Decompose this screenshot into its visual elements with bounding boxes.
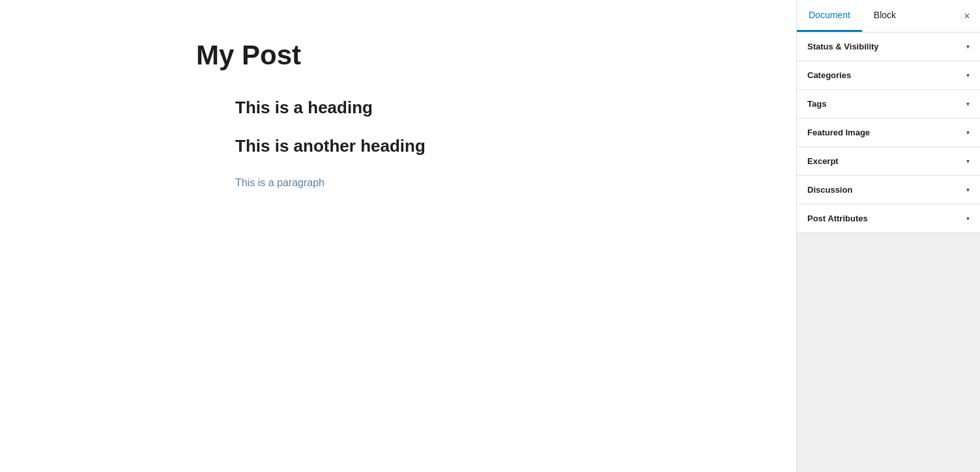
panel-excerpt[interactable]: Excerpt ▾ bbox=[797, 147, 980, 176]
heading-block-2[interactable]: This is another heading bbox=[235, 136, 600, 156]
chevron-tags-icon: ▾ bbox=[966, 100, 970, 107]
panel-tags[interactable]: Tags ▾ bbox=[797, 90, 980, 118]
chevron-post-attributes-icon: ▾ bbox=[966, 215, 970, 222]
sidebar-footer-area bbox=[797, 253, 980, 473]
heading-block-1[interactable]: This is a heading bbox=[235, 98, 600, 118]
panel-post-attributes[interactable]: Post Attributes ▾ bbox=[797, 204, 980, 233]
panel-label-tags: Tags bbox=[807, 99, 826, 109]
paragraph-block[interactable]: This is a paragraph bbox=[235, 174, 600, 191]
sidebar-panels: Status & Visibility ▾ Categories ▾ Tags … bbox=[797, 33, 980, 253]
panel-label-categories: Categories bbox=[807, 70, 851, 80]
panel-featured-image[interactable]: Featured Image ▾ bbox=[797, 118, 980, 147]
chevron-featured-image-icon: ▾ bbox=[966, 129, 970, 136]
editor-area: My Post This is a heading This is anothe… bbox=[0, 0, 796, 472]
panel-status-visibility[interactable]: Status & Visibility ▾ bbox=[797, 33, 980, 61]
chevron-discussion-icon: ▾ bbox=[966, 186, 970, 193]
editor-content: My Post This is a heading This is anothe… bbox=[170, 39, 626, 191]
sidebar-tabs: Document Block bbox=[797, 0, 954, 32]
post-title[interactable]: My Post bbox=[196, 39, 600, 72]
sidebar: Document Block × Status & Visibility ▾ C… bbox=[796, 0, 980, 472]
tab-block[interactable]: Block bbox=[862, 0, 908, 32]
chevron-excerpt-icon: ▾ bbox=[966, 158, 970, 165]
tab-document[interactable]: Document bbox=[797, 0, 862, 32]
sidebar-header: Document Block × bbox=[797, 0, 980, 33]
panel-label-discussion: Discussion bbox=[807, 185, 852, 195]
content-blocks: This is a heading This is another headin… bbox=[235, 98, 600, 191]
panel-label-featured-image: Featured Image bbox=[807, 128, 870, 137]
panel-discussion[interactable]: Discussion ▾ bbox=[797, 176, 980, 204]
panel-label-status: Status & Visibility bbox=[807, 42, 879, 51]
panel-label-post-attributes: Post Attributes bbox=[807, 214, 868, 223]
panel-label-excerpt: Excerpt bbox=[807, 156, 839, 166]
close-sidebar-button[interactable]: × bbox=[954, 3, 980, 29]
chevron-categories-icon: ▾ bbox=[966, 72, 970, 79]
chevron-status-icon: ▾ bbox=[966, 43, 970, 50]
panel-categories[interactable]: Categories ▾ bbox=[797, 61, 980, 90]
